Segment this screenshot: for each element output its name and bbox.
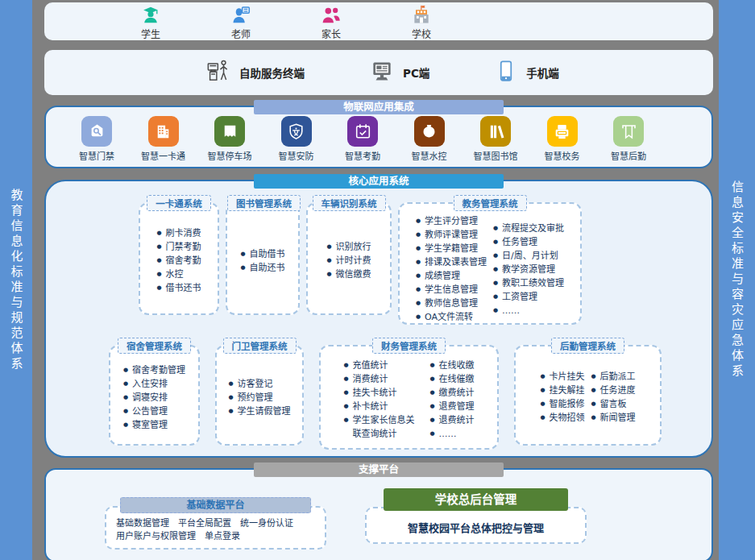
system-box-content: 充值统计消费统计挂失卡统计补卡统计学生家长信息关联查询统计在线收缴在线催缴缴费统… xyxy=(321,354,497,448)
iot-integration-panel: 物联网应用集成 智慧门禁智慧一卡通智慧停车场智慧安防智慧考勤智慧水控智慧图书馆智… xyxy=(44,106,713,168)
school-backend-admin-group: 学校总后台管理 智慧校园平台总体把控与管理 xyxy=(365,488,587,560)
terminal-item: 手机端 xyxy=(494,59,559,86)
bullet-item: 充值统计 xyxy=(343,359,423,372)
bullet-item: 学生评分管理 xyxy=(416,214,487,228)
bullet-item: 卡片挂失 xyxy=(540,370,584,384)
bullet-item: 失物招领 xyxy=(540,411,584,425)
right-standard-bar: 信息安全标准与容灾应急体系 xyxy=(719,0,755,560)
system-box-content: 宿舍考勤管理入住安排调寝安排公告管理寝室管理 xyxy=(110,354,198,444)
system-box-title: 教务管理系统 xyxy=(454,195,527,211)
diagram-main-column: 学生老师家长学校 自助服务终端PC端手机端 物联网应用集成 智慧门禁智慧一卡通智… xyxy=(44,0,713,560)
bullet-item: 挂失解挂 xyxy=(540,384,584,397)
library-books-icon xyxy=(480,116,511,147)
bullet-item: 消费统计 xyxy=(343,372,423,386)
core-row-2: 宿舍管理系统宿舍考勤管理入住安排调寝安排公告管理寝室管理门卫管理系统访客登记预约… xyxy=(109,345,711,450)
iot-module-item: 智慧门禁 xyxy=(68,116,125,162)
terminal-item: PC端 xyxy=(369,58,429,87)
left-standard-bar: 教育信息化标准与规范体系 xyxy=(0,0,32,560)
iot-module-label: 智慧一卡通 xyxy=(141,149,185,162)
system-box-content: 访客登记预约管理学生请假管理 xyxy=(217,354,302,444)
security-shield-icon xyxy=(281,116,312,147)
bullet-list: 自助借书自助还书 xyxy=(240,247,284,275)
bullet-item: 教学资源管理 xyxy=(493,263,564,276)
bullet-item: 预约管理 xyxy=(228,391,290,404)
bullet-item: 退费管理 xyxy=(429,400,474,413)
right-standard-bar-label: 信息安全标准与容灾应急体系 xyxy=(728,180,745,380)
user-role-label: 学校 xyxy=(412,27,431,40)
iot-module-item: 智慧图书馆 xyxy=(467,116,524,162)
left-standard-bar-label: 教育信息化标准与规范体系 xyxy=(8,189,25,372)
system-box-content: 识别放行计时计费微信缴费 xyxy=(308,211,390,313)
bullet-list: 宿舍考勤管理入住安排调寝安排公告管理寝室管理 xyxy=(123,363,185,432)
bullet-item: 工资管理 xyxy=(493,290,564,304)
bullet-item: 门禁考勤 xyxy=(156,240,201,254)
logistics-bookmark-icon xyxy=(613,116,644,147)
iot-panel-header: 物联网应用集成 xyxy=(254,100,504,114)
system-box: 宿舍管理系统宿舍考勤管理入住安排调寝安排公告管理寝室管理 xyxy=(109,345,200,446)
iot-module-label: 智慧图书馆 xyxy=(474,149,518,162)
bullet-item: 自助还书 xyxy=(240,261,284,275)
terminal-label: PC端 xyxy=(403,64,429,81)
terminal-item: 自助服务终端 xyxy=(205,58,305,87)
support-panel-header: 支撑平台 xyxy=(254,463,504,477)
bullet-item: 学生信息管理 xyxy=(416,283,487,297)
iot-module-item: 智慧安防 xyxy=(268,116,325,162)
phone-icon xyxy=(494,59,518,86)
bullet-item: 借书还书 xyxy=(156,281,201,295)
bullet-item: 任务管理 xyxy=(493,235,564,249)
bullet-list: 识别放行计时计费微信缴费 xyxy=(326,240,371,281)
user-role-item: 老师 xyxy=(196,3,286,40)
user-role-label: 家长 xyxy=(321,27,341,40)
teacher-icon xyxy=(230,5,251,27)
user-role-item: 学校 xyxy=(376,3,467,40)
system-box-content: 刷卡消费门禁考勤宿舍考勤水控借书还书 xyxy=(140,211,218,313)
bullet-item: 教师评课管理 xyxy=(416,228,487,242)
bullet-item: 学生家长信息关联查询统计 xyxy=(343,413,423,441)
onecard-icon xyxy=(148,116,179,147)
system-box-title: 宿舍管理系统 xyxy=(118,338,191,354)
school-affairs-icon xyxy=(547,116,578,147)
iot-module-label: 智慧校务 xyxy=(545,149,580,162)
terminal-label: 手机端 xyxy=(526,64,559,81)
iot-module-label: 智慧停车场 xyxy=(208,149,252,162)
bullet-item: 调寝安排 xyxy=(123,391,185,404)
bullet-item: 任务进度 xyxy=(591,384,636,397)
system-box: 财务管理系统充值统计消费统计挂失卡统计补卡统计学生家长信息关联查询统计在线收缴在… xyxy=(319,345,499,450)
base-data-platform-group: 基础数据平台 基础数据管理 平台全局配置 统一身份认证 用户账户与权限管理 单点… xyxy=(105,497,326,560)
system-box: 后勤管理系统卡片挂失挂失解挂智能报修失物招领后勤派工任务进度留言板新闻管理 xyxy=(514,345,662,446)
bullet-item: …… xyxy=(429,427,474,441)
bullet-item: 补卡统计 xyxy=(343,400,423,413)
bullet-list: 充值统计消费统计挂失卡统计补卡统计学生家长信息关联查询统计 xyxy=(343,359,423,441)
core-panel-header: 核心应用系统 xyxy=(254,174,504,189)
bullet-item: 计时计费 xyxy=(326,254,371,268)
bullet-item: 日/周、月计划 xyxy=(493,249,564,263)
bullet-item: 公告管理 xyxy=(123,404,185,418)
student-icon xyxy=(140,5,161,27)
bullet-item: 在线收缴 xyxy=(429,359,474,372)
system-box-content: 学生评分管理教师评课管理学生学籍管理排课及课表管理成绩管理学生信息管理教师信息管… xyxy=(400,211,580,330)
iot-module-label: 智慧考勤 xyxy=(345,149,380,162)
user-role-label: 老师 xyxy=(231,27,251,40)
iot-module-label: 智慧门禁 xyxy=(79,149,114,162)
system-box-content: 卡片挂失挂失解挂智能报修失物招领后勤派工任务进度留言板新闻管理 xyxy=(516,354,660,444)
terminal-label: 自助服务终端 xyxy=(239,64,305,81)
bullet-item: …… xyxy=(493,304,564,317)
bullet-item: 访客登记 xyxy=(228,377,290,391)
terminals-panel: 自助服务终端PC端手机端 xyxy=(44,50,713,95)
bullet-list: 在线收缴在线催缴缴费统计退费管理退费统计…… xyxy=(429,359,474,441)
system-box: 图书管理系统自助借书自助还书 xyxy=(226,202,300,315)
bullet-item: 新闻管理 xyxy=(591,411,636,425)
parking-icon xyxy=(214,116,245,147)
bullet-item: 教职工绩效管理 xyxy=(493,276,564,290)
iot-items-row: 智慧门禁智慧一卡通智慧停车场智慧安防智慧考勤智慧水控智慧图书馆智慧校务智慧后勤 xyxy=(46,107,711,162)
user-role-label: 学生 xyxy=(141,27,160,40)
system-box-title: 图书管理系统 xyxy=(227,195,301,211)
access-control-icon xyxy=(81,116,112,147)
bullet-list: 学生评分管理教师评课管理学生学籍管理排课及课表管理成绩管理学生信息管理教师信息管… xyxy=(416,214,487,324)
bullet-item: 在线催缴 xyxy=(429,372,474,386)
parents-icon xyxy=(321,5,342,27)
system-box: 车辆识别系统识别放行计时计费微信缴费 xyxy=(306,202,392,315)
bullet-item: 教师信息管理 xyxy=(416,297,487,310)
iot-module-item: 智慧考勤 xyxy=(334,116,391,162)
bullet-item: 宿舍考勤管理 xyxy=(123,363,185,377)
